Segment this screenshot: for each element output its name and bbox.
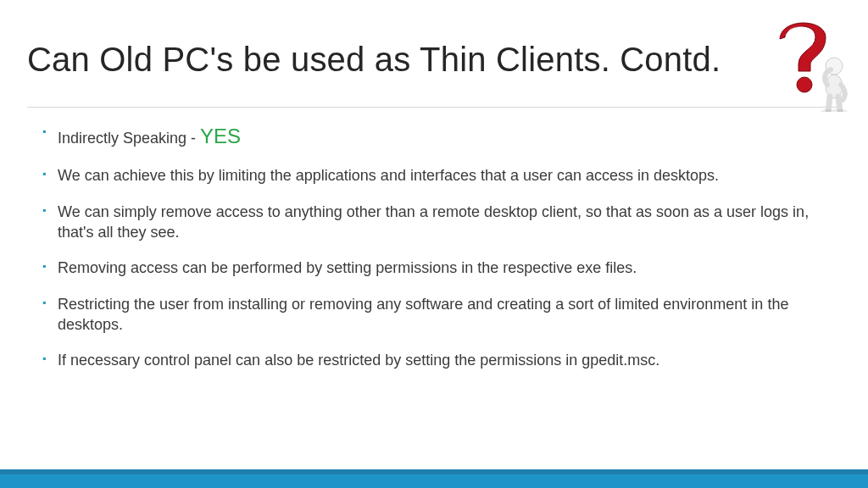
bullet-text-prefix: Indirectly Speaking - bbox=[58, 130, 200, 147]
bullet-item: Removing access can be performed by sett… bbox=[58, 258, 834, 278]
bullet-item: If necessary control panel can also be r… bbox=[58, 350, 834, 370]
question-mark-figure bbox=[776, 19, 851, 112]
svg-point-0 bbox=[797, 77, 812, 92]
bullet-list: Indirectly Speaking - YES We can achieve… bbox=[58, 123, 834, 385]
person-icon bbox=[821, 58, 848, 112]
bullet-text: Removing access can be performed by sett… bbox=[58, 259, 637, 276]
bullet-text: We can achieve this by limiting the appl… bbox=[58, 167, 719, 184]
footer-accent-bar bbox=[0, 469, 868, 488]
question-mark-icon bbox=[780, 23, 826, 92]
slide-title: Can Old PC's be used as Thin Clients. Co… bbox=[27, 41, 721, 79]
bullet-text: We can simply remove access to anything … bbox=[58, 203, 809, 241]
bullet-text: Restricting the user from installing or … bbox=[58, 296, 788, 333]
bullet-item: We can achieve this by limiting the appl… bbox=[58, 165, 834, 186]
slide: Can Old PC's be used as Thin Clients. Co… bbox=[0, 0, 868, 488]
bullet-text: If necessary control panel can also be r… bbox=[58, 352, 659, 369]
bullet-text-emphasis: YES bbox=[200, 125, 241, 147]
title-divider bbox=[27, 107, 841, 108]
svg-point-3 bbox=[821, 109, 848, 112]
bullet-item: Indirectly Speaking - YES bbox=[58, 123, 834, 150]
bullet-item: Restricting the user from installing or … bbox=[58, 294, 834, 336]
footer-bar-bottom bbox=[0, 474, 868, 488]
bullet-item: We can simply remove access to anything … bbox=[58, 202, 834, 243]
